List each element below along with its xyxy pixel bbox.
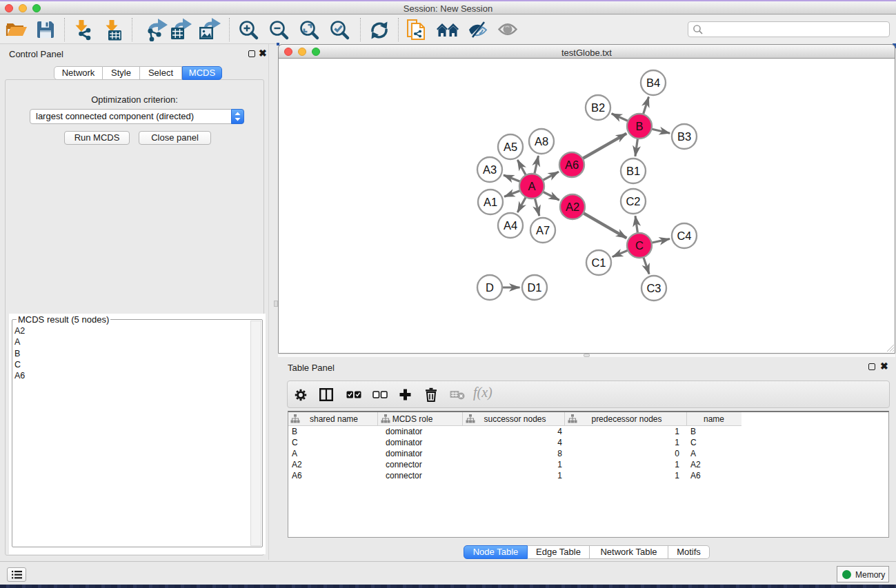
svg-text:A1: A1	[484, 196, 497, 208]
svg-text:C2: C2	[626, 195, 640, 207]
svg-text:A: A	[528, 180, 535, 192]
svg-text:C4: C4	[677, 230, 691, 242]
svg-text:A3: A3	[483, 163, 497, 176]
svg-text:D1: D1	[527, 281, 541, 294]
svg-text:A5: A5	[504, 141, 517, 153]
svg-text:C3: C3	[646, 282, 661, 294]
svg-text:C1: C1	[591, 256, 606, 269]
svg-text:D: D	[486, 281, 494, 294]
svg-text:B2: B2	[591, 101, 605, 114]
svg-text:C: C	[635, 239, 644, 252]
svg-text:B3: B3	[677, 130, 691, 143]
svg-text:A4: A4	[504, 219, 517, 232]
svg-text:A7: A7	[536, 224, 550, 236]
svg-text:A2: A2	[566, 201, 579, 213]
svg-text:B1: B1	[626, 165, 640, 177]
svg-text:B4: B4	[646, 77, 660, 89]
svg-text:A6: A6	[565, 159, 579, 171]
svg-text:B: B	[635, 120, 643, 132]
svg-text:A8: A8	[535, 135, 548, 148]
